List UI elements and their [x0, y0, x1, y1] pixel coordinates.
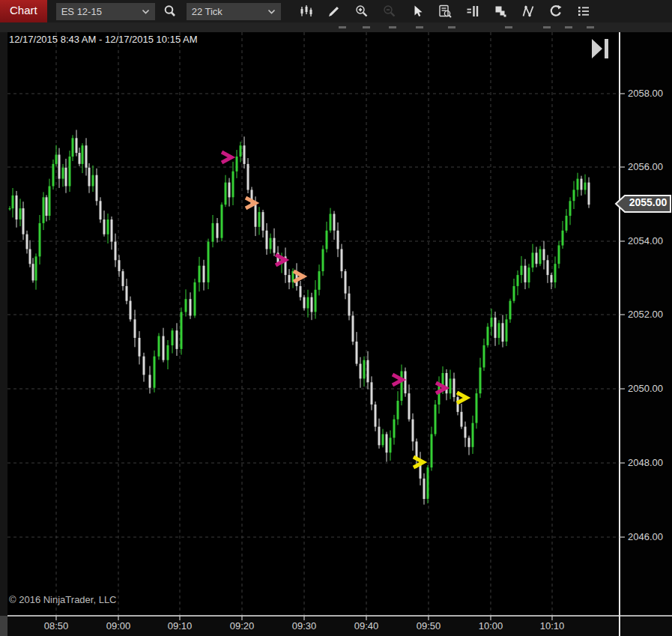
cursor-button[interactable] [407, 1, 428, 21]
price-bar-body [311, 297, 313, 312]
chart-style-button[interactable] [296, 1, 317, 21]
price-bar-body [55, 155, 58, 164]
price-bar-body [163, 336, 165, 360]
properties-button[interactable] [573, 1, 594, 21]
price-axis-label: 2054.00 [628, 234, 663, 248]
price-bar-body [29, 249, 31, 264]
cursor-icon [410, 4, 425, 19]
price-bar-body [79, 153, 81, 164]
time-axis-label: 10:10 [533, 620, 572, 632]
trade-signal-arrow [294, 271, 303, 282]
price-bar-body [547, 260, 549, 275]
search-icon [163, 4, 178, 19]
price-bar-body [270, 238, 272, 249]
price-bar-body [236, 157, 238, 172]
price-bar-body [382, 434, 384, 446]
price-bar-body [149, 375, 151, 387]
price-bar-body [483, 345, 485, 368]
price-bar-body [115, 242, 117, 261]
data-box-button[interactable] [435, 1, 455, 21]
price-bar-body [26, 234, 28, 249]
price-bar-body [46, 197, 48, 216]
chart-trader-button[interactable] [462, 1, 483, 21]
price-bar-body [62, 168, 64, 179]
price-bar-body [468, 437, 470, 446]
trade-signal-arrow [414, 457, 423, 467]
price-bar-body [532, 252, 534, 267]
price-bar-body [577, 179, 579, 190]
price-bar-body [69, 157, 71, 187]
chart-plot-svg[interactable] [0, 0, 672, 636]
drawing-tools-icon [327, 4, 342, 19]
price-bar-body [258, 212, 261, 227]
price-bar-body [573, 190, 575, 201]
price-bar-body [457, 397, 459, 412]
price-bar-body [348, 294, 351, 316]
price-bar-body [333, 214, 336, 231]
price-bar-body [143, 357, 145, 375]
price-bar-body [266, 231, 268, 249]
instrument-selector[interactable]: ES 12-15 [56, 3, 155, 20]
price-bar-body [435, 405, 437, 434]
partial-icon-mark [389, 26, 396, 28]
last-price-value: 2055.00 [626, 196, 670, 208]
time-axis-label: 09:10 [160, 620, 199, 632]
price-bar-body [513, 286, 515, 301]
price-bar-body [326, 231, 328, 249]
zoom-in-icon [354, 4, 369, 19]
tab-chart[interactable]: Chart [0, 0, 47, 22]
reload-icon [548, 4, 563, 19]
chart-window: Chart ES 12-15 22 Tick 12/17/201 [0, 0, 672, 636]
price-bar-body [35, 256, 37, 280]
price-bar-body [371, 382, 373, 405]
price-bar-body [65, 168, 67, 187]
interval-selector[interactable]: 22 Tick [187, 3, 281, 20]
price-bar-body [543, 249, 545, 261]
go-to-latest-button[interactable] [590, 37, 613, 63]
price-bar-body [247, 164, 249, 190]
chevron-down-icon [267, 9, 276, 14]
chart-style-icon [299, 4, 314, 19]
price-axis[interactable] [620, 32, 672, 616]
price-bar-body [405, 372, 407, 394]
price-bar-body [517, 275, 519, 286]
price-bar-body [588, 183, 590, 205]
trade-signal-arrow [457, 393, 467, 403]
price-bar-body [562, 231, 564, 246]
price-bar-body [199, 266, 201, 282]
price-bar-body [85, 145, 88, 168]
reload-button[interactable] [545, 1, 566, 21]
price-bar-body [255, 205, 257, 227]
windows-button[interactable] [490, 1, 511, 21]
skip-to-end-icon [590, 37, 613, 63]
partial-icon-mark [363, 26, 370, 28]
price-bar-body [300, 286, 302, 297]
price-bar-body [82, 145, 84, 164]
price-bar-body [536, 252, 538, 264]
zoom-out-button[interactable] [379, 1, 400, 21]
price-bar-body [509, 301, 512, 320]
price-bar-body [476, 393, 478, 423]
trade-signal-arrow [276, 255, 285, 265]
zoom-in-button[interactable] [351, 1, 372, 21]
price-bar-body [16, 196, 18, 219]
partial-icon-mark [587, 26, 594, 28]
price-bar-body [107, 219, 109, 234]
price-bar-body [158, 336, 160, 357]
price-bar-body [442, 373, 444, 386]
price-bar-body [487, 327, 489, 345]
price-bar-body [449, 378, 452, 393]
trade-signal-arrow [246, 198, 255, 208]
partial-icon-mark [505, 26, 512, 28]
price-bar-body [126, 286, 128, 301]
instrument-lookup-button[interactable] [160, 1, 181, 21]
price-bar-body [288, 275, 291, 282]
price-bar-body [464, 427, 467, 438]
last-price-marker: 2055.00 [614, 194, 672, 213]
partial-icon-mark [565, 26, 572, 28]
line-tool-button[interactable] [518, 1, 539, 21]
price-bar-body [88, 168, 91, 187]
price-bar-body [212, 223, 214, 242]
drawing-tools-button[interactable] [324, 1, 345, 21]
price-bar-body [285, 256, 287, 275]
